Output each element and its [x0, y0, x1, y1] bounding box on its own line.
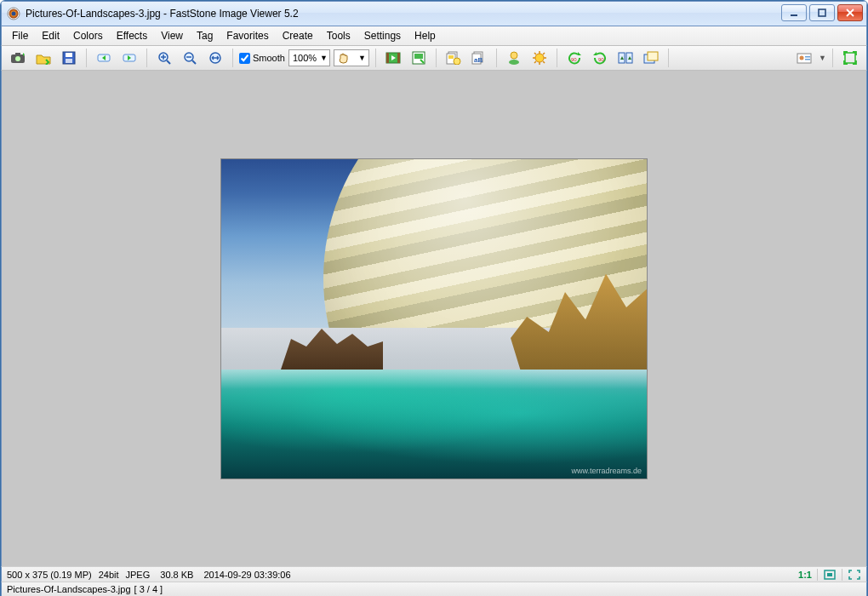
menu-tools[interactable]: Tools — [320, 27, 357, 44]
status-filename: Pictures-Of-Landscapes-3.jpg — [7, 584, 131, 594]
chevron-down-icon: ▼ — [317, 54, 328, 62]
menu-tag[interactable]: Tag — [190, 27, 220, 44]
svg-text:90: 90 — [571, 57, 577, 62]
svg-point-29 — [509, 60, 519, 65]
menu-view[interactable]: View — [154, 27, 190, 44]
next-icon[interactable] — [118, 48, 140, 68]
svg-text:aB: aB — [474, 56, 483, 64]
chevron-down-icon: ▼ — [358, 54, 366, 62]
svg-rect-10 — [66, 59, 72, 63]
menu-settings[interactable]: Settings — [357, 27, 408, 44]
toolbar-separator — [496, 49, 497, 67]
rotate-left-icon[interactable]: 90 — [563, 48, 585, 68]
svg-rect-9 — [66, 53, 72, 57]
svg-point-7 — [15, 56, 20, 61]
svg-rect-20 — [414, 54, 423, 59]
toolbar-separator — [436, 49, 437, 67]
toolbar-separator — [232, 49, 233, 67]
fit-width-icon[interactable] — [204, 48, 226, 68]
smooth-toggle[interactable]: Smooth — [239, 53, 285, 64]
svg-rect-41 — [845, 53, 855, 63]
toolbar-separator — [557, 49, 557, 67]
svg-rect-43 — [827, 573, 832, 576]
menu-file[interactable]: File — [5, 27, 35, 44]
svg-rect-3 — [791, 14, 797, 16]
smooth-label: Smooth — [253, 53, 285, 63]
menu-create[interactable]: Create — [276, 27, 320, 44]
title-bar: Pictures-Of-Landscapes-3.jpg - FastStone… — [1, 1, 867, 26]
toolbar-separator — [146, 49, 147, 67]
toolbar-separator — [832, 49, 833, 67]
image-watermark: www.terradreams.de — [571, 467, 642, 475]
svg-point-30 — [535, 54, 544, 62]
capture-icon[interactable] — [7, 48, 29, 68]
open-folder-icon[interactable] — [32, 48, 54, 68]
window-title: Pictures-Of-Landscapes-3.jpg - FastStone… — [26, 8, 866, 20]
image-canvas[interactable]: www.terradreams.de — [1, 71, 867, 566]
hand-tool-combo[interactable]: ▼ — [334, 49, 369, 66]
save-icon[interactable] — [58, 48, 80, 68]
svg-rect-6 — [15, 53, 20, 55]
batch-rename-icon[interactable]: aB — [468, 48, 490, 68]
adjust-icon[interactable] — [528, 48, 551, 68]
toolbar-separator — [668, 49, 669, 67]
status-zoom-ratio: 1:1 — [798, 570, 812, 580]
svg-point-38 — [800, 56, 804, 60]
compare-icon[interactable] — [614, 48, 637, 68]
app-icon — [7, 7, 20, 20]
status-format: JPEG — [126, 570, 151, 580]
svg-point-24 — [454, 58, 460, 65]
status-dimensions: 500 x 375 (0.19 MP) — [7, 570, 92, 580]
status-size: 30.8 KB — [160, 570, 193, 580]
menu-favorites[interactable]: Favorites — [220, 27, 275, 44]
chevron-down-icon[interactable]: ▼ — [819, 54, 826, 62]
rotate-right-icon[interactable]: 90 — [589, 48, 611, 68]
smooth-checkbox[interactable] — [239, 53, 250, 64]
status-bar-file: Pictures-Of-Landscapes-3.jpg [ 3 / 4 ] — [1, 582, 867, 596]
prev-icon[interactable] — [93, 48, 115, 68]
zoom-out-icon[interactable] — [179, 48, 201, 68]
status-bar-info: 500 x 375 (0.19 MP) 24bit JPEG 30.8 KB 2… — [1, 566, 867, 582]
minimize-button[interactable] — [781, 4, 807, 21]
toolbar: Smooth 100% ▼ ▼ aB — [1, 45, 867, 71]
svg-rect-36 — [648, 52, 658, 60]
close-button[interactable] — [837, 4, 863, 21]
svg-rect-37 — [797, 54, 811, 63]
zoom-value: 100% — [293, 53, 317, 63]
svg-rect-23 — [448, 55, 454, 59]
svg-point-28 — [511, 52, 517, 59]
svg-rect-40 — [805, 59, 810, 60]
svg-text:90: 90 — [598, 57, 604, 62]
clone-icon[interactable] — [640, 48, 662, 68]
status-position: [ 3 / 4 ] — [134, 584, 163, 594]
svg-rect-4 — [819, 9, 825, 16]
menu-edit[interactable]: Edit — [35, 27, 66, 44]
toolbar-separator — [375, 49, 376, 67]
svg-rect-39 — [805, 56, 810, 58]
svg-rect-17 — [386, 53, 389, 63]
fullscreen-icon[interactable] — [839, 48, 861, 68]
toolbar-separator — [86, 49, 87, 67]
status-depth: 24bit — [99, 570, 119, 580]
email-icon[interactable] — [503, 48, 525, 68]
menu-help[interactable]: Help — [408, 27, 443, 44]
contact-sheet-icon[interactable] — [408, 48, 430, 68]
batch-convert-icon[interactable] — [443, 48, 465, 68]
zoom-combo[interactable]: 100% ▼ — [288, 49, 330, 66]
menu-bar: File Edit Colors Effects View Tag Favori… — [1, 26, 867, 45]
menu-colors[interactable]: Colors — [66, 27, 110, 44]
fit-window-icon[interactable] — [823, 569, 837, 581]
menu-effects[interactable]: Effects — [110, 27, 154, 44]
contact-card-icon[interactable] — [793, 48, 815, 68]
slideshow-icon[interactable] — [382, 48, 404, 68]
fullscreen-status-icon[interactable] — [848, 569, 861, 581]
svg-point-2 — [12, 12, 16, 16]
maximize-button[interactable] — [809, 4, 835, 21]
displayed-image: www.terradreams.de — [221, 159, 647, 479]
hand-icon — [337, 52, 349, 64]
svg-rect-18 — [397, 53, 400, 63]
zoom-in-icon[interactable] — [153, 48, 175, 68]
status-timestamp: 2014-09-29 03:39:06 — [203, 570, 290, 580]
